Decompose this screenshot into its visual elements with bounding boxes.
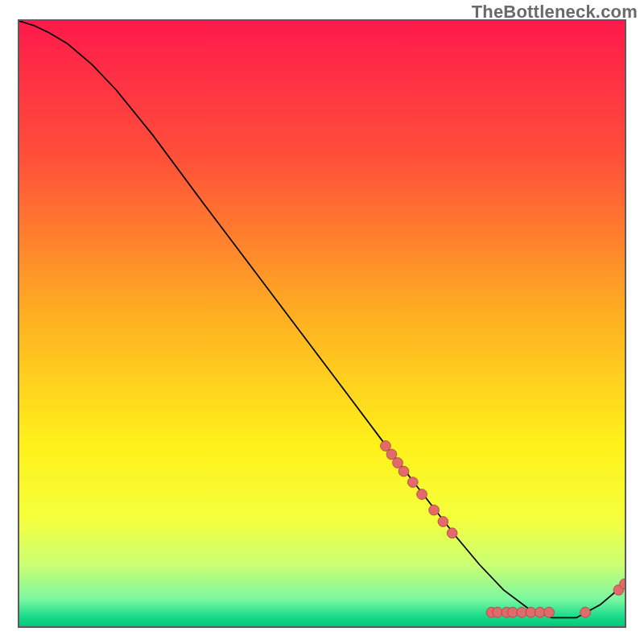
data-marker — [438, 517, 448, 527]
data-marker — [447, 528, 457, 539]
chart-svg — [19, 21, 625, 626]
data-marker — [535, 607, 545, 617]
data-marker — [381, 441, 391, 452]
data-marker — [386, 449, 397, 460]
chart-plot-area — [18, 19, 626, 628]
data-marker — [526, 607, 536, 617]
data-marker — [507, 607, 518, 617]
data-marker — [429, 505, 440, 515]
data-marker — [417, 489, 427, 500]
data-marker — [393, 458, 403, 469]
data-marker — [544, 607, 555, 617]
data-marker — [517, 607, 527, 617]
data-marker — [580, 607, 591, 617]
data-marker — [407, 477, 418, 488]
gradient-background — [19, 21, 625, 626]
data-marker — [398, 466, 409, 477]
data-marker — [493, 607, 503, 617]
